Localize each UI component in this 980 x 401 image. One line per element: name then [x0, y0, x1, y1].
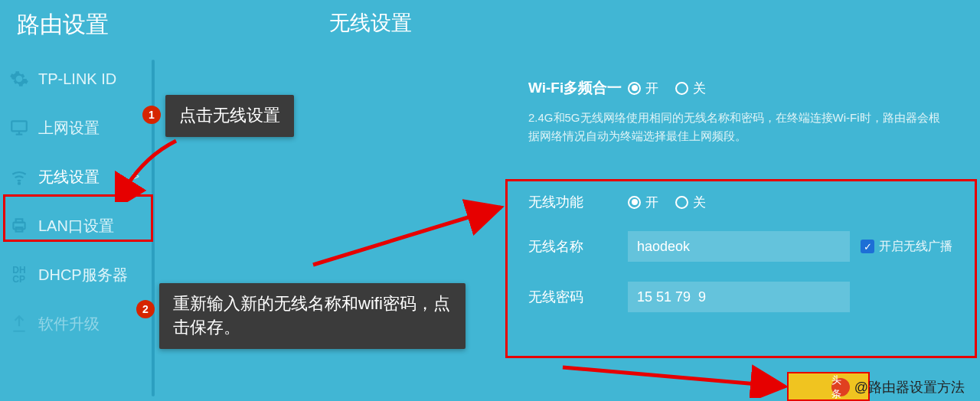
sidebar-item-upgrade[interactable]: 软件升级	[0, 299, 153, 348]
ssid-label: 无线名称	[528, 237, 628, 256]
page-title: 无线设置	[168, 0, 980, 37]
radio-dot-icon	[675, 196, 688, 209]
annotation-arrow-2	[309, 196, 516, 272]
sidebar: 路由设置 TP-LINK ID 上网设置 无线设置 > LAN口设置 DHCP …	[0, 0, 153, 401]
sidebar-item-lan[interactable]: LAN口设置	[0, 201, 153, 250]
password-label: 无线密码	[528, 288, 628, 306]
multiband-on-radio[interactable]: 开	[628, 80, 658, 97]
sidebar-item-label: LAN口设置	[38, 216, 153, 236]
sidebar-item-label: DHCP服务器	[38, 265, 153, 285]
wireless-off-radio[interactable]: 关	[675, 194, 706, 211]
check-icon: ✓	[861, 240, 874, 253]
sidebar-item-label: 无线设置	[38, 167, 132, 187]
svg-rect-3	[16, 219, 23, 222]
sidebar-item-label: 软件升级	[38, 314, 153, 334]
radio-label: 开	[645, 194, 658, 211]
watermark: 头条 @路由器设置方法	[831, 378, 965, 396]
radio-dot-icon	[628, 196, 641, 209]
radio-label: 关	[693, 194, 706, 211]
watermark-text: @路由器设置方法	[854, 378, 965, 396]
radio-label: 关	[693, 80, 706, 97]
dhcp-icon: DHCP	[8, 263, 31, 286]
annotation-arrow-3	[559, 360, 796, 398]
annotation-step-1-badge: 1	[142, 106, 161, 124]
checkbox-label: 开启无线广播	[879, 239, 952, 255]
main-panel: 无线设置 Wi-Fi多频合一 开 关 2.4G和5G无线网络使用相同的无线名称和…	[168, 0, 980, 37]
sidebar-title: 路由设置	[0, 0, 153, 54]
monitor-icon	[8, 116, 31, 139]
chevron-right-icon: >	[132, 170, 139, 184]
multiband-off-radio[interactable]: 关	[675, 80, 706, 97]
sidebar-item-tplink-id[interactable]: TP-LINK ID	[0, 54, 153, 103]
radio-dot-icon	[675, 82, 688, 95]
sidebar-item-label: TP-LINK ID	[38, 70, 153, 88]
annotation-step-2-tooltip: 重新输入新的无线名称和wifi密码，点击保存。	[159, 283, 466, 349]
printer-icon	[8, 214, 31, 237]
sidebar-item-internet[interactable]: 上网设置	[0, 103, 153, 152]
multiband-hint: 2.4G和5G无线网络使用相同的无线名称和密码，在终端连接Wi-Fi时，路由器会…	[528, 109, 942, 145]
annotation-step-1-tooltip: 点击无线设置	[165, 95, 294, 137]
watermark-icon: 头条	[831, 378, 850, 396]
wifi-icon	[8, 165, 31, 188]
password-input[interactable]	[628, 282, 850, 312]
sidebar-item-dhcp[interactable]: DHCP DHCP服务器	[0, 250, 153, 299]
gear-icon	[8, 67, 31, 90]
radio-dot-icon	[628, 82, 641, 95]
wireless-on-radio[interactable]: 开	[628, 194, 658, 211]
sidebar-item-wireless[interactable]: 无线设置 >	[0, 152, 153, 201]
radio-label: 开	[645, 80, 658, 97]
annotation-step-2-badge: 2	[136, 300, 155, 318]
upgrade-icon	[8, 312, 31, 335]
broadcast-checkbox[interactable]: ✓ 开启无线广播	[861, 239, 952, 255]
wireless-func-label: 无线功能	[528, 193, 628, 211]
ssid-input[interactable]	[628, 231, 850, 262]
svg-rect-0	[11, 121, 27, 131]
svg-point-1	[18, 183, 20, 184]
multiband-label: Wi-Fi多频合一	[528, 78, 628, 98]
sidebar-item-label: 上网设置	[38, 118, 153, 139]
